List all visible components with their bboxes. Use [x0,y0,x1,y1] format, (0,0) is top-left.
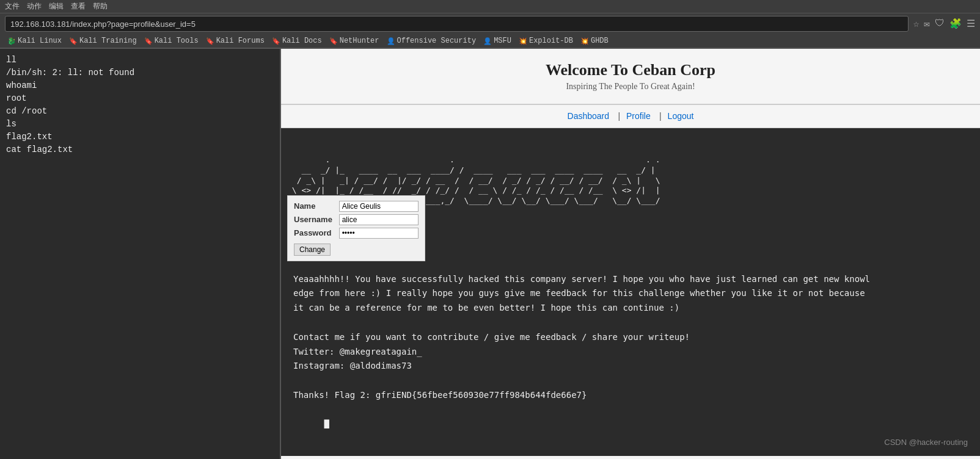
bookmark-kali-tools[interactable]: 🔖 Kali Tools [142,36,201,46]
terminal-line-8: cat flag2.txt [6,143,274,156]
menu-edit[interactable]: 编辑 [49,1,64,12]
bookmark-msfu[interactable]: 👤 MSFU [481,36,514,46]
bookmark-ghdb[interactable]: 💥 GHDB [578,36,611,46]
extension-icon[interactable]: 🧩 [949,18,962,30]
profile-form: Name Username Password Change [287,195,425,261]
kali-linux-icon: 🐉 [7,37,16,45]
form-row-name: Name [294,201,419,212]
form-row-password: Password [294,228,419,239]
terminal-prompt-cursor: █ [324,419,329,429]
kali-training-icon: 🔖 [69,37,78,45]
ghdb-icon: 💥 [580,37,589,45]
exploit-db-icon: 💥 [519,37,527,45]
terminal-line-3: whoami [6,79,274,92]
bookmark-kali-linux[interactable]: 🐉 Kali Linux [5,36,64,46]
terminal-line-5: cd /root [6,105,274,118]
msfu-icon: 👤 [483,37,492,45]
password-input[interactable] [339,228,419,239]
nethunter-icon: 🔖 [329,37,338,45]
site-tagline: Inspiring The People To Great Again! [293,82,968,92]
kali-tools-icon: 🔖 [144,37,153,45]
menu-help[interactable]: 帮助 [93,1,108,12]
address-bar-row: ☆ ✉ 🛡 🧩 ☰ [0,13,980,34]
bookmarks-bar: 🐉 Kali Linux 🔖 Kali Training 🔖 Kali Tool… [0,34,980,48]
password-label: Password [294,228,337,237]
name-input[interactable] [339,201,419,212]
bookmark-offensive-security-label: Offensive Security [397,37,477,45]
bookmark-kali-forums[interactable]: 🔖 Kali Forums [203,36,267,46]
nav-separator-1: | [618,111,623,121]
nav-profile[interactable]: Profile [626,111,651,121]
change-button[interactable]: Change [294,244,331,256]
site-header: Welcome To Ceban Corp Inspiring The Peop… [281,49,980,105]
address-bar[interactable] [5,16,909,32]
browser-content: Welcome To Ceban Corp Inspiring The Peop… [281,49,980,459]
bookmark-kali-training-label: Kali Training [79,37,137,45]
main-layout: ll /bin/sh: 2: ll: not found whoami root… [0,49,980,459]
terminal-line-2: /bin/sh: 2: ll: not found [6,67,274,79]
mail-icon[interactable]: ✉ [924,18,930,30]
menu-icon[interactable]: ☰ [967,18,975,30]
bookmark-kali-training[interactable]: 🔖 Kali Training [67,36,139,46]
bookmark-ghdb-label: GHDB [591,37,609,45]
address-icons: ☆ ✉ 🛡 🧩 ☰ [913,18,975,30]
menu-file[interactable]: 文件 [5,1,20,12]
terminal-line-1: ll [6,54,274,67]
site-title: Welcome To Ceban Corp [293,61,968,79]
site-nav: Dashboard | Profile | Logout [281,105,980,128]
bookmark-nethunter-label: NetHunter [340,37,379,45]
kali-forums-icon: 🔖 [206,37,214,45]
star-icon[interactable]: ☆ [913,18,920,30]
bookmark-kali-docs[interactable]: 🔖 Kali Docs [269,36,324,46]
bookmark-exploit-db[interactable]: 💥 Exploit-DB [516,36,576,46]
terminal-line-7: flag2.txt [6,131,274,143]
bookmark-msfu-label: MSFU [494,37,511,45]
terminal-panel: ll /bin/sh: 2: ll: not found whoami root… [0,49,281,459]
bookmark-kali-forums-label: Kali Forums [216,37,265,45]
nav-separator-2: | [659,111,664,121]
browser-chrome: 文件 动作 编辑 查看 帮助 ☆ ✉ 🛡 🧩 ☰ 🐉 Kali Linux 🔖 … [0,0,980,49]
name-label: Name [294,201,337,211]
nav-dashboard[interactable]: Dashboard [568,111,610,121]
menu-action[interactable]: 动作 [27,1,42,12]
username-input[interactable] [339,214,419,225]
terminal-line-6: ls [6,118,274,131]
form-row-username: Username [294,214,419,225]
bookmark-offensive-security[interactable]: 👤 Offensive Security [384,36,479,46]
menu-view[interactable]: 查看 [71,1,86,12]
terminal-line-4: root [6,92,274,105]
menu-bar: 文件 动作 编辑 查看 帮助 [0,0,980,13]
success-message-area: Yeaaahhhh!! You have successfully hacked… [281,233,980,456]
bookmark-kali-linux-label: Kali Linux [18,37,62,45]
bookmark-nethunter[interactable]: 🔖 NetHunter [327,36,382,46]
bookmark-kali-docs-label: Kali Docs [282,37,322,45]
shield-icon[interactable]: 🛡 [935,18,945,30]
bookmark-exploit-db-label: Exploit-DB [529,37,573,45]
offensive-security-icon: 👤 [387,37,395,45]
nav-logout[interactable]: Logout [668,111,694,121]
success-message-text: Yeaaahhhh!! You have successfully hacked… [293,272,968,403]
bookmark-kali-tools-label: Kali Tools [155,37,199,45]
kali-docs-icon: 🔖 [272,37,280,45]
username-label: Username [294,215,337,224]
csdn-watermark: CSDN @hacker-routing [884,438,968,447]
